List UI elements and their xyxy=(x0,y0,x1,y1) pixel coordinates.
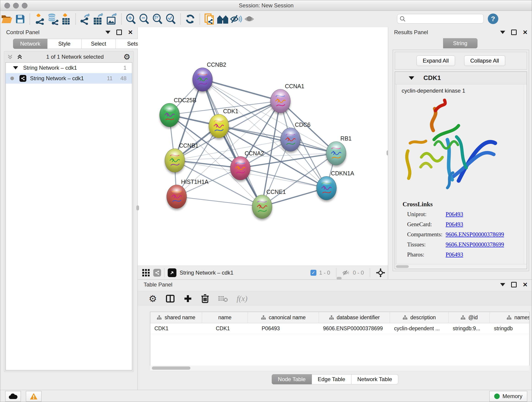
birdseye-navigator-icon[interactable] xyxy=(376,268,385,277)
collapse-all-button[interactable]: Collapse All xyxy=(464,56,505,66)
cell-namespace[interactable]: stringdb xyxy=(490,323,530,334)
string-view-icon[interactable] xyxy=(153,269,161,277)
network-node-cdc25b[interactable] xyxy=(159,103,180,127)
refresh-button[interactable] xyxy=(184,12,197,26)
close-panel-icon[interactable]: ✕ xyxy=(523,282,528,288)
column-header[interactable]: namespace xyxy=(490,312,530,323)
network-node-cdk1[interactable] xyxy=(209,114,229,138)
delete-column-icon[interactable] xyxy=(201,294,209,303)
float-panel-icon[interactable] xyxy=(500,31,505,34)
network-node-rb1[interactable] xyxy=(326,141,346,165)
cell-database-identifier[interactable]: 9606.ENSP00000378699 xyxy=(319,323,390,334)
genecard-link[interactable]: P06493 xyxy=(446,221,463,228)
network-snapshot-button[interactable] xyxy=(203,12,216,26)
selected-nodes-checkbox[interactable]: ✓ xyxy=(310,270,317,276)
zoom-selected-button[interactable] xyxy=(164,12,177,26)
import-network-database-button[interactable] xyxy=(46,12,59,26)
column-header[interactable]: canonical name xyxy=(248,312,319,323)
collapse-caret-icon[interactable] xyxy=(13,66,18,70)
import-table-button[interactable] xyxy=(59,12,73,26)
warnings-button[interactable] xyxy=(26,391,41,402)
open-session-button[interactable] xyxy=(0,12,13,26)
network-node-cdc6[interactable] xyxy=(280,128,301,152)
column-header[interactable]: shared name xyxy=(150,312,202,323)
zoom-in-button[interactable] xyxy=(124,12,138,26)
network-row[interactable]: String Network – cdk1 11 48 xyxy=(6,73,132,84)
import-network-file-button[interactable] xyxy=(33,12,46,26)
pharos-link[interactable]: P06493 xyxy=(446,251,463,258)
tab-string[interactable]: String xyxy=(443,38,477,48)
tab-select[interactable]: Select xyxy=(82,39,116,49)
detach-view-icon[interactable] xyxy=(168,268,177,277)
export-network-button[interactable] xyxy=(79,12,92,26)
save-session-button[interactable] xyxy=(13,12,27,26)
float-panel-icon[interactable] xyxy=(105,31,110,34)
export-image-button[interactable] xyxy=(105,12,119,26)
zoom-out-button[interactable] xyxy=(138,12,151,26)
grid-view-icon[interactable] xyxy=(142,269,150,277)
first-neighbors-button[interactable] xyxy=(216,12,229,26)
column-header[interactable]: description xyxy=(390,312,449,323)
network-collection-row[interactable]: String Network – cdk1 1 xyxy=(6,63,132,73)
expand-all-button[interactable]: Expand All xyxy=(417,56,455,66)
tab-node-table[interactable]: Node Table xyxy=(272,374,312,384)
tab-style[interactable]: Style xyxy=(47,39,82,49)
memory-button[interactable]: Memory xyxy=(489,391,527,402)
expand-all-networks-icon[interactable] xyxy=(7,54,13,60)
cloud-status-button[interactable] xyxy=(5,391,21,402)
network-edge[interactable] xyxy=(202,79,262,206)
maximize-panel-icon[interactable] xyxy=(511,282,517,287)
column-header[interactable]: name xyxy=(202,312,248,323)
table-row[interactable]: CDK1 CDK1 P06493 9606.ENSP00000378699 cy… xyxy=(150,323,529,334)
network-column-icon xyxy=(261,315,266,320)
network-node-cdkn1a[interactable] xyxy=(317,176,336,200)
tab-network-table[interactable]: Network Table xyxy=(351,374,399,384)
tab-edge-table[interactable]: Edge Table xyxy=(312,374,351,384)
tab-network[interactable]: Network xyxy=(13,39,47,49)
zoom-fit-button[interactable] xyxy=(151,12,164,26)
cell-description[interactable]: cyclin-dependent ... xyxy=(390,323,449,334)
cell-id[interactable]: stringdb:9... xyxy=(449,323,490,334)
results-vertical-scrollbar[interactable] xyxy=(524,84,527,264)
help-button[interactable]: ? xyxy=(488,13,498,24)
collapse-caret-icon[interactable] xyxy=(409,76,414,80)
show-columns-icon[interactable] xyxy=(166,294,175,303)
network-column-icon xyxy=(329,315,334,320)
table-horizontal-scrollbar[interactable] xyxy=(150,366,530,370)
network-node-hist1h1a[interactable] xyxy=(167,185,187,209)
network-node-ccne1[interactable] xyxy=(252,195,272,219)
column-header[interactable]: @id xyxy=(449,312,490,323)
maximize-panel-icon[interactable] xyxy=(511,30,517,35)
close-panel-icon[interactable]: ✕ xyxy=(523,29,528,35)
network-node-ccna2[interactable] xyxy=(230,156,250,180)
results-horizontal-scrollbar[interactable] xyxy=(395,264,527,269)
network-canvas[interactable]: CCNB2CCNA1CDC25BCDK1CDC6RB1CCNB1CCNA2CDK… xyxy=(138,27,388,266)
gene-section-header[interactable]: CDK1 xyxy=(395,72,527,84)
column-header[interactable]: database identifier xyxy=(319,312,390,323)
collapse-all-networks-icon[interactable] xyxy=(17,54,22,60)
export-table-button[interactable] xyxy=(92,12,105,26)
uniprot-link[interactable]: P06493 xyxy=(446,211,463,217)
show-all-button[interactable] xyxy=(243,12,256,26)
network-edge[interactable] xyxy=(177,196,262,206)
network-edge[interactable] xyxy=(202,79,280,101)
float-panel-icon[interactable] xyxy=(500,283,505,286)
toolbar-separator xyxy=(30,13,30,25)
compartments-link[interactable]: 9606.ENSP00000378699 xyxy=(446,231,504,238)
hide-selected-button[interactable] xyxy=(229,12,243,26)
network-node-ccnb2[interactable] xyxy=(192,68,213,91)
left-splitter-handle[interactable] xyxy=(136,205,139,211)
maximize-panel-icon[interactable] xyxy=(116,30,122,35)
close-panel-icon[interactable]: ✕ xyxy=(128,29,133,35)
network-options-gear-icon[interactable]: ⚙ xyxy=(123,52,130,61)
table-options-gear-icon[interactable]: ⚙ xyxy=(149,293,157,304)
cell-shared-name[interactable]: CDK1 xyxy=(150,323,202,334)
warning-icon xyxy=(30,393,38,400)
add-column-icon[interactable] xyxy=(184,294,192,303)
cell-name[interactable]: CDK1 xyxy=(202,323,248,334)
search-input[interactable] xyxy=(405,16,475,22)
network-node-ccnb1[interactable] xyxy=(165,148,185,172)
tissues-link[interactable]: 9606.ENSP00000378699 xyxy=(446,241,504,248)
cell-canonical-name[interactable]: P06493 xyxy=(248,323,319,334)
scrollbar-thumb[interactable] xyxy=(152,366,190,370)
